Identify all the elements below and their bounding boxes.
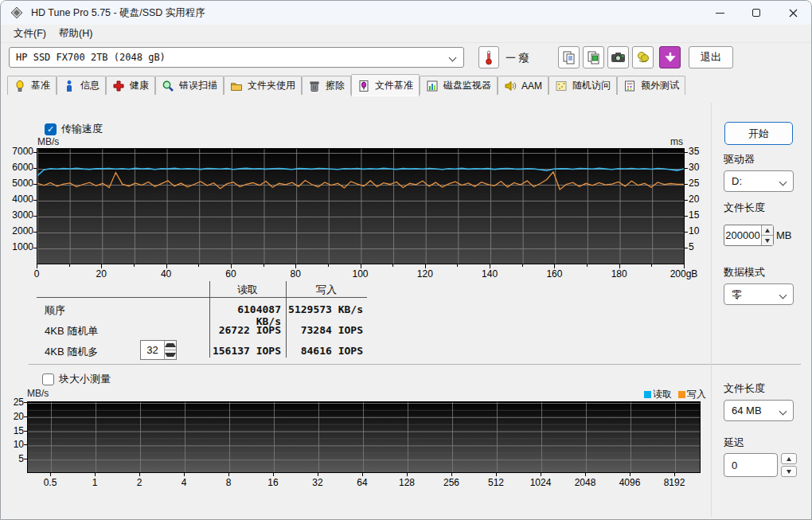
delay-up-button[interactable]: [781, 453, 797, 464]
camera-icon: [611, 51, 626, 64]
close-button[interactable]: [775, 1, 811, 25]
spin-up-button[interactable]: [165, 341, 176, 350]
axis-tick: [101, 264, 102, 268]
queue-depth-spinner[interactable]: 32: [140, 340, 177, 360]
device-select[interactable]: HP SSD FX700 2TB (2048 gB): [9, 47, 464, 68]
axis-tick: [457, 264, 458, 267]
donate-button[interactable]: [632, 46, 654, 68]
tab-extra-tests[interactable]: 额外测试: [617, 76, 685, 95]
y-axis-tick-label: 20: [689, 194, 699, 205]
tab-file-benchmark[interactable]: 文件基准: [351, 74, 420, 96]
exit-button[interactable]: 退出: [689, 46, 733, 68]
y-axis-tick-label: 2000: [7, 225, 33, 237]
spin-down-button[interactable]: [762, 235, 773, 245]
up-arrow-icon: [165, 343, 176, 347]
legend-swatch: [678, 391, 685, 398]
file-length-unit: MB: [776, 229, 792, 241]
row-label: 顺序: [45, 303, 65, 318]
tab-aam[interactable]: AAM: [498, 76, 548, 95]
delay-input[interactable]: 0: [724, 453, 778, 477]
down-arrow-icon: [664, 51, 677, 64]
menu-help[interactable]: 帮助(H): [53, 25, 99, 42]
tab-label: 磁盘监视器: [443, 79, 491, 92]
screenshot-button[interactable]: [607, 46, 629, 68]
tab-folder-usage[interactable]: 文件夹使用: [224, 76, 302, 95]
series-读取: [37, 168, 684, 175]
row-label: 4KB 随机多: [45, 345, 98, 359]
data-mode-select[interactable]: 零: [724, 283, 794, 305]
axis-tick: [361, 264, 361, 268]
menu-file[interactable]: 文件(F): [7, 25, 53, 42]
tab-benchmark[interactable]: 基准: [7, 76, 57, 95]
y-axis-tick-label: 30: [689, 162, 699, 173]
x-axis-tick-label: 32: [299, 477, 337, 488]
axis-tick: [37, 264, 37, 268]
axis-tick: [451, 473, 452, 476]
chevron-down-icon: [779, 408, 787, 416]
axis-tick: [134, 264, 135, 267]
x-axis-tick-label: 4: [165, 477, 203, 488]
axis-tick: [522, 264, 523, 267]
x-axis-tick-label: 0.5: [31, 477, 69, 488]
x-axis-tick-label: 8: [209, 477, 248, 488]
tab-random-access[interactable]: 随机访问: [548, 76, 617, 95]
tab-disk-monitor[interactable]: 磁盘监视器: [420, 76, 498, 95]
temperature-button[interactable]: [478, 46, 499, 68]
aam-icon: [504, 80, 517, 92]
tab-health[interactable]: 健康: [106, 76, 155, 95]
spin-down-button[interactable]: [165, 350, 176, 359]
axis-tick: [198, 264, 199, 267]
app-window: HD Tune Pro 5.75 - 硬盘/SSD 实用程序 文件(F)帮助(H…: [0, 0, 812, 520]
data-mode-value: 零: [732, 287, 742, 302]
window-title: HD Tune Pro 5.75 - 硬盘/SSD 实用程序: [31, 6, 205, 20]
col-header-read: 读取: [209, 283, 286, 297]
block-size-checkbox[interactable]: 块大小测量: [42, 372, 111, 386]
y-axis-tick-label: 35: [689, 146, 699, 157]
up-arrow-icon: [787, 457, 791, 461]
tab-label: 基准: [31, 79, 50, 92]
up-arrow-icon: [765, 229, 770, 233]
axis-tick: [33, 248, 37, 248]
download-results-button[interactable]: [659, 46, 681, 68]
x-axis-tick-label: 256: [432, 477, 470, 488]
copy-text-button[interactable]: [558, 46, 580, 68]
health-icon: [112, 80, 125, 92]
tab-label: 擦除: [326, 79, 345, 92]
x-axis-tick-label: 160: [538, 268, 570, 280]
delay-down-button[interactable]: [781, 466, 797, 477]
start-button[interactable]: 开始: [724, 122, 793, 145]
copy-text-icon: [562, 50, 576, 65]
copy-image-button[interactable]: [583, 46, 604, 68]
checkbox-checked-icon: ✓: [45, 123, 57, 135]
device-select-value: HP SSD FX700 2TB (2048 gB): [16, 52, 166, 63]
down-arrow-icon: [787, 470, 791, 474]
minimize-button[interactable]: [701, 1, 738, 25]
down-arrow-icon: [165, 353, 176, 357]
y-axis-tick-label: 20: [9, 411, 24, 422]
spin-up-button[interactable]: [762, 225, 773, 235]
tab-error-scan[interactable]: 错误扫描: [155, 76, 224, 95]
legend-swatch: [644, 391, 651, 398]
drive-select[interactable]: D:: [724, 170, 794, 192]
tab-info[interactable]: 信息: [57, 76, 106, 95]
axis-tick: [33, 216, 37, 217]
x-axis-tick-label: 1024: [521, 477, 560, 488]
axis-tick: [362, 473, 363, 476]
y-axis-tick-label: 5: [689, 241, 694, 252]
axis-tick: [685, 168, 688, 169]
top-chart-unit-right: ms: [670, 136, 683, 147]
file-length-spinner[interactable]: 200000: [724, 225, 774, 246]
block-size-chart: [27, 401, 701, 473]
tab-erase[interactable]: 擦除: [302, 76, 351, 95]
maximize-button[interactable]: [738, 1, 775, 25]
transfer-speed-checkbox[interactable]: ✓ 传输速度: [45, 122, 103, 136]
axis-tick: [264, 264, 264, 267]
axis-tick: [33, 232, 37, 233]
tab-label: 文件夹使用: [248, 79, 295, 92]
file-length2-select[interactable]: 64 MB: [724, 400, 794, 421]
tab-label: 额外测试: [641, 79, 679, 92]
info-icon: [63, 80, 76, 92]
x-axis-tick-label: 0: [21, 268, 53, 280]
start-button-label: 开始: [748, 127, 769, 141]
section-divider: [29, 364, 801, 365]
